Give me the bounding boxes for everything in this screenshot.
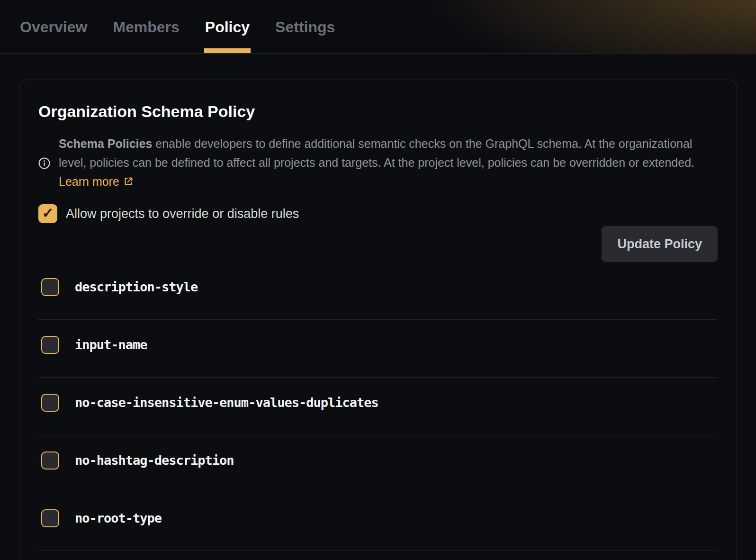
learn-more-link[interactable]: Learn more	[59, 175, 134, 188]
rules-list: description-style input-name no-case-ins…	[38, 262, 718, 551]
rule-row: description-style	[38, 262, 718, 320]
tab-overview[interactable]: Overview	[20, 0, 87, 53]
external-link-icon	[123, 173, 134, 192]
rule-row: no-case-insensitive-enum-values-duplicat…	[38, 378, 718, 435]
main-content: Organization Schema Policy Schema Polici…	[0, 80, 756, 560]
rule-name: no-case-insensitive-enum-values-duplicat…	[75, 395, 378, 410]
rule-name: description-style	[75, 280, 198, 294]
check-icon: ✓	[42, 206, 54, 220]
update-policy-button[interactable]: Update Policy	[602, 226, 718, 262]
allow-override-row: ✓ Allow projects to override or disable …	[38, 204, 718, 223]
rule-checkbox[interactable]	[41, 394, 59, 412]
info-text: Schema Policies enable developers to def…	[59, 134, 709, 192]
rule-checkbox[interactable]	[41, 452, 59, 470]
allow-override-label: Allow projects to override or disable ru…	[66, 207, 299, 221]
rule-name: no-root-type	[75, 511, 162, 525]
tab-bar: Overview Members Policy Settings	[0, 0, 756, 54]
button-row: Update Policy	[38, 226, 718, 262]
info-note: Schema Policies enable developers to def…	[38, 134, 718, 192]
page-title: Organization Schema Policy	[38, 102, 718, 121]
info-text-body: enable developers to define additional s…	[59, 137, 694, 169]
rule-name: input-name	[75, 337, 147, 352]
rule-name: no-hashtag-description	[75, 453, 234, 468]
tab-nav: Overview Members Policy Settings	[0, 0, 756, 53]
tab-members[interactable]: Members	[113, 0, 180, 53]
rule-checkbox[interactable]	[41, 509, 59, 527]
info-text-bold: Schema Policies	[59, 137, 152, 150]
rule-row: no-root-type	[38, 493, 718, 551]
allow-override-checkbox[interactable]: ✓	[38, 204, 57, 223]
schema-policy-card: Organization Schema Policy Schema Polici…	[19, 80, 737, 560]
rule-checkbox[interactable]	[41, 278, 59, 296]
rule-row: no-hashtag-description	[38, 435, 718, 493]
tab-settings[interactable]: Settings	[275, 0, 335, 53]
rule-checkbox[interactable]	[41, 336, 59, 354]
rule-row: input-name	[38, 320, 718, 378]
tab-policy[interactable]: Policy	[205, 0, 250, 53]
info-icon	[38, 157, 50, 169]
learn-more-label: Learn more	[59, 175, 119, 188]
